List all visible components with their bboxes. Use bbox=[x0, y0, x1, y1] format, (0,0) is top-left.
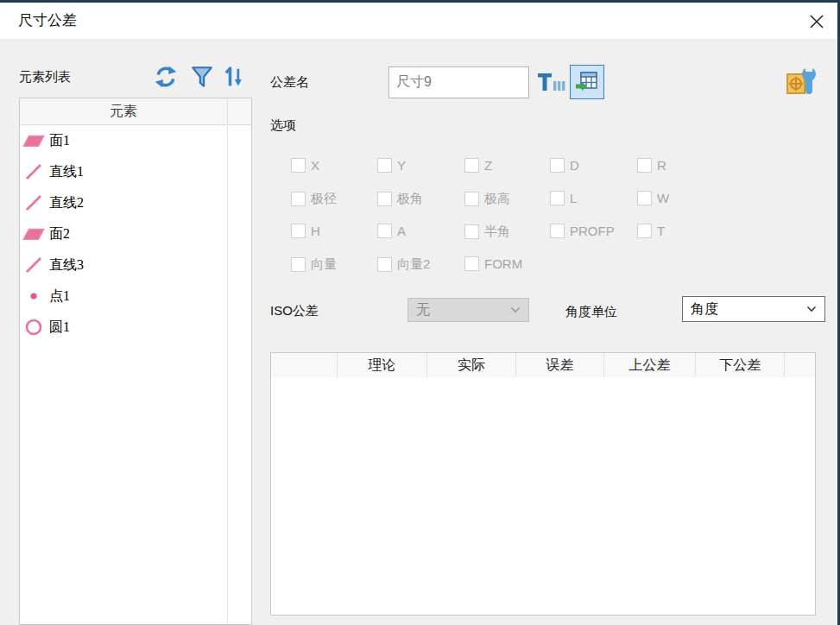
element-list-items: 面1直线1直线2面2直线3点1圆1 bbox=[20, 125, 226, 624]
checkbox-icon[interactable] bbox=[637, 224, 652, 238]
angle-unit-select[interactable]: 角度 bbox=[682, 296, 825, 322]
iso-tolerance-select[interactable]: 无 bbox=[407, 298, 529, 322]
checkbox-icon[interactable] bbox=[637, 158, 652, 173]
tolerance-settings-icon[interactable] bbox=[780, 64, 820, 98]
list-item[interactable]: 点1 bbox=[20, 281, 226, 312]
chevron-down-icon bbox=[510, 306, 521, 313]
list-item[interactable]: 面2 bbox=[20, 218, 226, 249]
results-table-header: 理论实际误差上公差下公差 bbox=[271, 353, 815, 378]
checkbox-label: T bbox=[657, 224, 665, 238]
results-table: 理论实际误差上公差下公差 bbox=[270, 352, 816, 616]
table-header-cell: 理论 bbox=[338, 353, 428, 377]
checkbox-label: 极高 bbox=[484, 191, 510, 207]
table-add-icon bbox=[575, 70, 599, 94]
filter-icon[interactable] bbox=[191, 65, 213, 89]
list-item[interactable]: 直线1 bbox=[20, 156, 226, 187]
sort-icon[interactable] bbox=[221, 65, 245, 89]
table-header-cell bbox=[785, 353, 815, 377]
angle-unit-value: 角度 bbox=[691, 300, 718, 319]
option-checkbox[interactable]: 极径 bbox=[291, 191, 337, 207]
checkbox-label: PROFP bbox=[570, 224, 615, 238]
option-checkbox[interactable]: H bbox=[291, 224, 320, 238]
checkbox-label: A bbox=[397, 224, 406, 238]
list-item[interactable]: 圆1 bbox=[20, 312, 226, 343]
checkbox-icon[interactable] bbox=[377, 224, 392, 238]
checkbox-label: 极角 bbox=[397, 191, 423, 207]
checkbox-label: R bbox=[657, 158, 666, 173]
table-header-cell bbox=[271, 353, 338, 377]
checkbox-icon[interactable] bbox=[291, 192, 306, 206]
list-column-divider bbox=[227, 98, 228, 624]
line-icon bbox=[22, 193, 45, 212]
send-to-table-button[interactable] bbox=[570, 65, 604, 99]
checkbox-label: 向量 bbox=[311, 256, 337, 273]
option-checkbox[interactable]: R bbox=[637, 158, 666, 173]
list-item[interactable]: 直线2 bbox=[20, 187, 226, 218]
dialog-title: 尺寸公差 bbox=[18, 3, 77, 39]
option-checkbox[interactable]: W bbox=[637, 191, 669, 205]
checkbox-icon[interactable] bbox=[291, 224, 306, 238]
refresh-icon[interactable] bbox=[154, 65, 178, 89]
checkbox-label: H bbox=[311, 224, 320, 238]
checkbox-icon[interactable] bbox=[550, 158, 565, 173]
list-item-label: 直线3 bbox=[49, 256, 84, 275]
line-icon bbox=[22, 256, 45, 275]
option-checkbox[interactable]: FORM bbox=[464, 256, 522, 271]
checkbox-icon[interactable] bbox=[464, 192, 479, 206]
checkbox-label: L bbox=[570, 191, 577, 205]
checkbox-icon[interactable] bbox=[464, 256, 479, 271]
checkbox-label: 向量2 bbox=[397, 256, 430, 273]
list-item-label: 点1 bbox=[49, 287, 70, 306]
option-checkbox[interactable]: PROFP bbox=[550, 224, 615, 238]
option-checkbox[interactable]: 向量2 bbox=[377, 256, 430, 273]
iso-tolerance-value: 无 bbox=[416, 301, 430, 319]
checkbox-icon[interactable] bbox=[550, 191, 565, 205]
checkbox-label: FORM bbox=[484, 256, 522, 271]
results-table-body bbox=[271, 377, 815, 615]
tolerance-name-input[interactable] bbox=[388, 66, 529, 98]
checkbox-icon[interactable] bbox=[550, 224, 565, 238]
option-checkbox[interactable]: 向量 bbox=[291, 256, 337, 273]
option-checkbox[interactable]: T bbox=[637, 224, 665, 238]
option-checkbox[interactable]: Z bbox=[464, 158, 492, 173]
checkbox-label: 极径 bbox=[311, 191, 337, 207]
text-measure-icon[interactable] bbox=[536, 72, 565, 92]
option-checkbox[interactable]: L bbox=[550, 191, 577, 205]
list-item[interactable]: 直线3 bbox=[20, 249, 226, 281]
dimension-tolerance-dialog: 尺寸公差 元素列表 元素 面1 bbox=[0, 0, 840, 625]
element-list-title: 元素列表 bbox=[19, 69, 71, 85]
checkbox-label: Z bbox=[484, 158, 492, 173]
table-header-cell: 上公差 bbox=[604, 353, 697, 377]
checkbox-icon[interactable] bbox=[377, 158, 392, 173]
table-header-cell: 实际 bbox=[427, 353, 516, 377]
checkbox-icon[interactable] bbox=[291, 158, 306, 173]
table-header-cell: 误差 bbox=[516, 353, 604, 377]
point-icon bbox=[22, 287, 45, 306]
checkbox-icon[interactable] bbox=[464, 158, 479, 173]
checkbox-icon[interactable] bbox=[464, 224, 479, 239]
checkbox-label: Y bbox=[397, 158, 406, 173]
titlebar: 尺寸公差 bbox=[0, 3, 837, 39]
option-checkbox[interactable]: D bbox=[550, 158, 579, 173]
option-checkbox[interactable]: 半角 bbox=[464, 224, 510, 240]
checkbox-icon[interactable] bbox=[637, 191, 652, 205]
iso-tolerance-label: ISO公差 bbox=[270, 303, 319, 319]
option-checkbox[interactable]: A bbox=[377, 224, 406, 238]
list-item[interactable]: 面1 bbox=[20, 125, 226, 156]
checkbox-icon[interactable] bbox=[377, 257, 392, 272]
checkbox-label: 半角 bbox=[484, 224, 510, 240]
checkbox-icon[interactable] bbox=[377, 192, 392, 206]
list-item-label: 面2 bbox=[49, 225, 70, 243]
close-icon[interactable] bbox=[808, 13, 825, 30]
checkbox-label: D bbox=[570, 158, 579, 173]
option-checkbox[interactable]: 极角 bbox=[377, 191, 423, 207]
chevron-down-icon bbox=[806, 306, 817, 312]
circle-icon bbox=[22, 318, 45, 337]
checkbox-icon[interactable] bbox=[291, 257, 306, 272]
option-checkbox[interactable]: X bbox=[291, 158, 319, 173]
list-item-label: 直线1 bbox=[49, 163, 84, 181]
list-item-label: 面1 bbox=[49, 132, 70, 150]
option-checkbox[interactable]: Y bbox=[377, 158, 406, 173]
plane-icon bbox=[22, 132, 45, 149]
option-checkbox[interactable]: 极高 bbox=[464, 191, 510, 207]
